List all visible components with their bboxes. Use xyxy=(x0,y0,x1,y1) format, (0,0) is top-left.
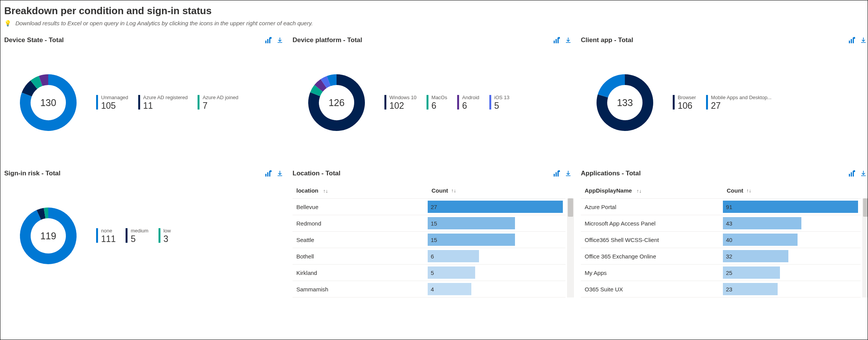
legend-color xyxy=(457,95,459,110)
legend-value: 102 xyxy=(389,101,417,111)
sort-icon[interactable]: ↑↓ xyxy=(637,188,642,194)
table-row[interactable]: Azure Portal 91 xyxy=(581,199,861,215)
donut-total: 119 xyxy=(4,192,92,280)
log-analytics-icon[interactable] xyxy=(846,34,858,46)
download-icon[interactable] xyxy=(562,168,574,179)
cell-name: Kirkland xyxy=(293,270,428,276)
scrollbar-thumb[interactable] xyxy=(568,198,573,217)
cell-count: 4 xyxy=(428,283,566,295)
table-row[interactable]: Kirkland 5 xyxy=(293,265,566,281)
download-icon[interactable] xyxy=(274,34,286,46)
count-value: 43 xyxy=(723,220,732,227)
cell-count: 40 xyxy=(723,234,861,246)
legend-color xyxy=(126,228,128,243)
log-analytics-icon[interactable] xyxy=(551,168,562,179)
table-row[interactable]: Redmond 15 xyxy=(293,215,566,232)
log-analytics-icon[interactable] xyxy=(263,34,274,46)
scrollbar[interactable] xyxy=(862,198,868,298)
legend-label: low xyxy=(163,228,171,234)
svg-rect-4 xyxy=(554,41,555,43)
legend-item: Browser 106 xyxy=(673,95,696,111)
donut-chart: 119 xyxy=(4,192,92,280)
log-analytics-icon[interactable] xyxy=(551,34,562,46)
legend-label: Android xyxy=(462,95,479,101)
table-row[interactable]: Bellevue 27 xyxy=(293,199,566,215)
table-row[interactable]: Office 365 Exchange Online 32 xyxy=(581,248,861,265)
column-header-count[interactable]: Count ↑↓ xyxy=(428,187,566,194)
count-bar xyxy=(723,250,788,262)
legend-color xyxy=(706,95,708,110)
log-analytics-icon[interactable] xyxy=(846,168,858,179)
legend: Windows 10 102 MacOs 6 Android 6 iOS 1 xyxy=(381,95,510,111)
legend-color xyxy=(96,228,98,243)
download-icon[interactable] xyxy=(858,34,868,46)
legend-label: Windows 10 xyxy=(389,95,417,101)
legend-item: Mobile Apps and Desktop... 27 xyxy=(706,95,772,111)
sort-icon[interactable]: ↑↓ xyxy=(451,188,456,193)
legend-value: 6 xyxy=(462,101,479,111)
count-bar xyxy=(723,217,801,229)
sort-icon[interactable]: ↑↓ xyxy=(323,188,328,194)
legend-item: Unmanaged 105 xyxy=(96,95,128,111)
legend-value: 111 xyxy=(101,234,116,244)
cell-name: Redmond xyxy=(293,220,428,227)
download-icon[interactable] xyxy=(274,168,286,179)
svg-rect-21 xyxy=(851,172,852,177)
cell-name: Microsoft App Access Panel xyxy=(581,220,723,227)
scrollbar[interactable] xyxy=(567,198,574,298)
legend-value: 5 xyxy=(494,101,510,111)
svg-rect-9 xyxy=(851,39,852,43)
legend-label: none xyxy=(101,228,116,234)
table-row[interactable]: Bothell 6 xyxy=(293,248,566,265)
table-row[interactable]: My Apps 25 xyxy=(581,265,861,281)
legend-item: Android 6 xyxy=(457,95,479,111)
table-header: location ↑↓ Count ↑↓ xyxy=(293,182,566,199)
panel-signin_risk: Sign-in risk - Total 119 none 111 xyxy=(4,168,293,298)
legend-color xyxy=(138,95,140,110)
column-header-name[interactable]: AppDisplayName ↑↓ xyxy=(581,187,723,194)
panel-location: Location - Total location ↑↓ Count ↑↓ xyxy=(293,168,581,298)
column-header-name[interactable]: location ↑↓ xyxy=(293,187,428,194)
download-icon[interactable] xyxy=(858,168,868,179)
svg-point-11 xyxy=(853,37,855,39)
table-row[interactable]: Microsoft App Access Panel 43 xyxy=(581,215,861,232)
panel-title: Client app - Total xyxy=(581,36,846,44)
table-header: AppDisplayName ↑↓ Count ↑↓ xyxy=(581,182,861,199)
table-row[interactable]: Office365 Shell WCSS-Client 40 xyxy=(581,232,861,248)
cell-name: My Apps xyxy=(581,270,723,276)
svg-rect-5 xyxy=(556,39,557,43)
legend-value: 11 xyxy=(143,101,188,111)
count-value: 32 xyxy=(723,253,732,260)
svg-point-7 xyxy=(558,37,560,39)
legend-label: Azure AD registered xyxy=(143,95,188,101)
cell-count: 43 xyxy=(723,217,861,229)
download-icon[interactable] xyxy=(562,34,574,46)
count-bar xyxy=(428,234,515,246)
svg-rect-12 xyxy=(265,174,266,177)
cell-name: Sammamish xyxy=(293,286,428,293)
donut-total: 130 xyxy=(4,59,92,147)
bulb-icon: 💡 xyxy=(4,20,11,26)
svg-rect-17 xyxy=(556,172,557,177)
table-row[interactable]: O365 Suite UX 23 xyxy=(581,281,861,298)
panel-title: Applications - Total xyxy=(581,170,846,177)
legend-item: none 111 xyxy=(96,228,116,244)
legend-value: 6 xyxy=(432,101,447,111)
log-analytics-icon[interactable] xyxy=(263,168,274,179)
panel-title: Location - Total xyxy=(293,170,551,177)
cell-name: Office 365 Exchange Online xyxy=(581,253,723,260)
legend-label: Browser xyxy=(678,95,696,101)
cell-name: Seattle xyxy=(293,237,428,243)
cell-name: O365 Suite UX xyxy=(581,286,723,293)
sort-icon[interactable]: ↑↓ xyxy=(746,188,751,193)
table-row[interactable]: Sammamish 4 xyxy=(293,281,566,298)
count-bar xyxy=(428,266,475,279)
column-header-count[interactable]: Count ↑↓ xyxy=(723,187,861,194)
donut-chart: 133 xyxy=(581,59,669,147)
legend: none 111 medium 5 low 3 xyxy=(92,228,171,244)
panel-applications: Applications - Total AppDisplayName ↑↓ C… xyxy=(581,168,868,298)
table-row[interactable]: Seattle 15 xyxy=(293,232,566,248)
legend-color xyxy=(384,95,386,110)
legend-color xyxy=(159,228,160,243)
scrollbar-thumb[interactable] xyxy=(863,198,868,217)
